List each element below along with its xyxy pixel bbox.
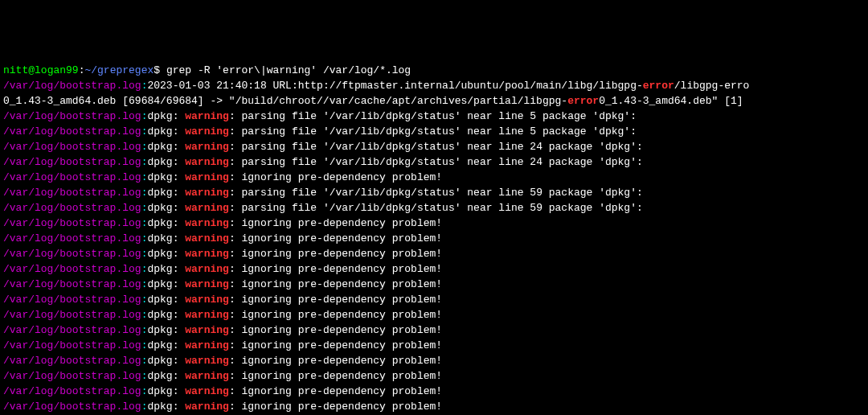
output-line: /var/log/bootstrap.log:dpkg: warning: pa…	[3, 124, 865, 139]
grep-match: warning	[185, 217, 229, 229]
output-line: /var/log/bootstrap.log:dpkg: warning: ig…	[3, 231, 865, 246]
log-text: dpkg:	[147, 248, 185, 260]
grep-match: error	[643, 80, 674, 92]
grep-match: error	[567, 95, 599, 107]
log-filepath: /var/log/bootstrap.log	[3, 187, 141, 199]
log-filepath: /var/log/bootstrap.log	[3, 232, 141, 244]
log-text: dpkg:	[147, 278, 185, 290]
log-text: 0_1.43-3_amd64.deb" [1]	[599, 95, 743, 107]
grep-match: warning	[185, 125, 229, 138]
grep-match: warning	[185, 187, 229, 199]
log-filepath: /var/log/bootstrap.log	[3, 202, 141, 214]
grep-match: warning	[185, 339, 229, 351]
log-filepath: /var/log/bootstrap.log	[3, 263, 141, 275]
grep-match: warning	[185, 278, 229, 290]
log-text: dpkg:	[147, 401, 185, 413]
log-filepath: /var/log/bootstrap.log	[3, 248, 141, 260]
shell-prompt-line: nitt@logan99:~/grepregex$ grep -R 'error…	[3, 63, 865, 78]
grep-match: warning	[185, 263, 229, 275]
log-filepath: /var/log/bootstrap.log	[3, 156, 141, 168]
grep-match: warning	[185, 324, 229, 336]
output-line: /var/log/bootstrap.log:dpkg: warning: pa…	[3, 139, 865, 154]
grep-match: warning	[185, 110, 229, 122]
grep-match: warning	[185, 156, 229, 168]
log-text: dpkg:	[147, 110, 185, 122]
log-text: : ignoring pre-dependency problem!	[229, 339, 442, 351]
log-text: : ignoring pre-dependency problem!	[229, 217, 442, 229]
output-line: /var/log/bootstrap.log:dpkg: warning: ig…	[3, 261, 865, 277]
log-text: : ignoring pre-dependency problem!	[229, 370, 442, 382]
log-text: : parsing file '/var/lib/dpkg/status' ne…	[229, 187, 643, 199]
log-text: : parsing file '/var/lib/dpkg/status' ne…	[229, 141, 643, 153]
log-text: : ignoring pre-dependency problem!	[229, 278, 442, 290]
log-filepath: /var/log/bootstrap.log	[3, 294, 141, 306]
log-text: : parsing file '/var/lib/dpkg/status' ne…	[229, 156, 643, 168]
grep-match: warning	[185, 385, 229, 397]
log-text: dpkg:	[147, 355, 185, 367]
log-text: : parsing file '/var/lib/dpkg/status' ne…	[229, 110, 637, 122]
output-line: /var/log/bootstrap.log:dpkg: warning: ig…	[3, 277, 865, 292]
log-text: dpkg:	[147, 202, 185, 214]
log-text: : ignoring pre-dependency problem!	[229, 309, 442, 321]
log-text: : ignoring pre-dependency problem!	[229, 324, 442, 336]
log-filepath: /var/log/bootstrap.log	[3, 141, 141, 153]
output-line: /var/log/bootstrap.log:dpkg: warning: ig…	[3, 384, 865, 399]
log-text: dpkg:	[147, 232, 185, 244]
output-line: /var/log/bootstrap.log:dpkg: warning: ig…	[3, 323, 865, 338]
grep-match: warning	[185, 355, 229, 367]
log-filepath: /var/log/bootstrap.log	[3, 339, 141, 351]
output-line: /var/log/bootstrap.log:dpkg: warning: ig…	[3, 170, 865, 185]
log-text: dpkg:	[147, 370, 185, 382]
grep-match: warning	[185, 141, 229, 153]
log-text: dpkg:	[147, 217, 185, 229]
output-line: /var/log/bootstrap.log:dpkg: warning: ig…	[3, 399, 865, 414]
output-line: /var/log/bootstrap.log:dpkg: warning: ig…	[3, 368, 865, 384]
log-text: : ignoring pre-dependency problem!	[229, 263, 442, 275]
log-filepath: /var/log/bootstrap.log	[3, 110, 141, 122]
output-line: /var/log/bootstrap.log:dpkg: warning: pa…	[3, 185, 865, 200]
prompt-user: nitt	[3, 63, 28, 78]
log-text: : ignoring pre-dependency problem!	[229, 232, 442, 244]
log-filepath: /var/log/bootstrap.log	[3, 80, 141, 92]
log-text: dpkg:	[147, 309, 185, 321]
output-line: /var/log/bootstrap.log:dpkg: warning: ig…	[3, 292, 865, 307]
grep-match: warning	[185, 248, 229, 260]
grep-match: warning	[185, 232, 229, 244]
prompt-host: logan99	[35, 63, 79, 78]
log-text: /libgpg-erro	[674, 80, 750, 92]
prompt-at: @	[28, 63, 35, 78]
log-text: : ignoring pre-dependency problem!	[229, 294, 442, 306]
output-line: /var/log/bootstrap.log:dpkg: warning: ig…	[3, 246, 865, 261]
log-text: dpkg:	[147, 385, 185, 397]
output-line: /var/log/bootstrap.log:2023-01-03 21:40:…	[3, 78, 865, 93]
output-line: /var/log/bootstrap.log:dpkg: warning: pa…	[3, 109, 865, 124]
log-text: : ignoring pre-dependency problem!	[229, 385, 442, 397]
grep-match: warning	[185, 171, 229, 183]
log-text: : ignoring pre-dependency problem!	[229, 401, 442, 413]
log-text: dpkg:	[147, 324, 185, 336]
prompt-cwd: ~/grepregex	[84, 63, 154, 78]
log-filepath: /var/log/bootstrap.log	[3, 401, 141, 413]
log-text: : ignoring pre-dependency problem!	[229, 355, 442, 367]
grep-match: warning	[185, 370, 229, 382]
log-text: 2023-01-03 21:40:18 URL:http://ftpmaster…	[147, 80, 642, 92]
grep-match: warning	[185, 202, 229, 214]
log-filepath: /var/log/bootstrap.log	[3, 355, 141, 367]
log-filepath: /var/log/bootstrap.log	[3, 370, 141, 382]
output-line: /var/log/bootstrap.log:dpkg: warning: ig…	[3, 338, 865, 353]
log-text: dpkg:	[147, 171, 185, 183]
output-line: /var/log/bootstrap.log:dpkg: warning: ig…	[3, 353, 865, 368]
log-filepath: /var/log/bootstrap.log	[3, 385, 141, 397]
output-line: /var/log/bootstrap.log:dpkg: warning: ig…	[3, 307, 865, 323]
log-text: : ignoring pre-dependency problem!	[229, 248, 442, 260]
log-text: dpkg:	[147, 263, 185, 275]
command-input[interactable]: grep -R 'error\|warning' /var/log/*.log	[166, 63, 411, 78]
grep-match: warning	[185, 294, 229, 306]
log-filepath: /var/log/bootstrap.log	[3, 171, 141, 183]
log-filepath: /var/log/bootstrap.log	[3, 278, 141, 290]
terminal-window[interactable]: nitt@logan99:~/grepregex$ grep -R 'error…	[3, 63, 865, 415]
grep-match: warning	[185, 309, 229, 321]
output-line: /var/log/bootstrap.log:dpkg: warning: pa…	[3, 154, 865, 170]
terminal-output: /var/log/bootstrap.log:2023-01-03 21:40:…	[3, 78, 865, 415]
prompt-colon: :	[79, 63, 85, 78]
